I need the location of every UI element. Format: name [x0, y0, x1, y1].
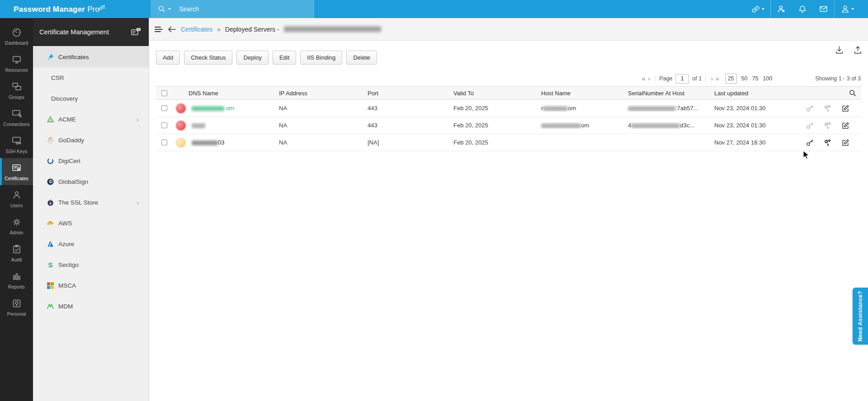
check-status-button[interactable]: Check Status [184, 51, 232, 65]
certificate-icon [11, 163, 22, 173]
select-all-checkbox[interactable] [161, 90, 167, 96]
table-row[interactable]: 03 NA [NA] Feb 20, 2025 Nov 27, 2024 16:… [156, 134, 861, 151]
sidebar-item-sectigo[interactable]: S Sectigo [33, 254, 149, 275]
manage-views-icon[interactable] [131, 27, 142, 37]
deploy-button[interactable]: Deploy [236, 51, 268, 65]
add-button[interactable]: Add [156, 51, 180, 65]
back-arrow-icon[interactable] [167, 26, 176, 33]
row-checkbox[interactable] [161, 105, 167, 111]
mail-button[interactable] [813, 0, 834, 18]
chevron-right-icon[interactable]: › [137, 116, 139, 123]
main-content: Certificates » Deployed Servers - Add Ch… [149, 18, 868, 401]
rail-item-personal[interactable]: Personal [0, 294, 33, 321]
dns-name-link[interactable] [192, 122, 205, 129]
search-scope-caret-icon[interactable] [168, 8, 171, 10]
edit-button[interactable]: Edit [273, 51, 296, 65]
remote-connection-icon [11, 108, 22, 119]
edit-icon[interactable] [841, 121, 849, 130]
rail-item-dashboard[interactable]: Dashboard [0, 23, 33, 50]
sidebar-item-azure[interactable]: Azure [33, 233, 149, 254]
prev-page-icon[interactable]: ‹ [646, 75, 651, 82]
certificate-avatar [176, 138, 186, 148]
delete-button[interactable]: Delete [346, 51, 377, 65]
rail-item-groups[interactable]: Groups [0, 77, 33, 104]
sidebar-item-discovery[interactable]: Discovery [33, 88, 149, 109]
profile-menu-button[interactable] [835, 0, 860, 18]
dns-name-link[interactable]: 03 [192, 139, 224, 146]
table-row[interactable]: om NA 443 Feb 20, 2025 rom :7ab57... Nov… [156, 100, 861, 117]
edit-icon[interactable] [841, 139, 849, 147]
sidebar-item-msca[interactable]: MSCA [33, 275, 149, 296]
deploy-gears-icon[interactable] [823, 104, 832, 112]
need-assistance-tab[interactable]: Need Assistance? [853, 288, 868, 345]
sidebar-item-digicert[interactable]: DigiCert [33, 150, 149, 171]
rail-item-users[interactable]: Users [0, 185, 33, 212]
search-icon[interactable] [158, 5, 166, 14]
edit-icon[interactable] [841, 104, 849, 112]
menu-toggle-icon[interactable] [155, 26, 163, 33]
breadcrumb-certificates-link[interactable]: Certificates [181, 26, 212, 33]
key-icon[interactable] [806, 121, 814, 130]
redacted-certificate-name [284, 26, 381, 32]
sidebar-item-mdm[interactable]: MDM [33, 296, 149, 317]
rail-item-resources[interactable]: Resources [0, 50, 33, 77]
monitor-icon [11, 54, 22, 65]
table-row[interactable]: NA 443 Feb 20, 2025 om 4d3c... Nov 23, 2… [156, 117, 861, 134]
upload-icon[interactable] [853, 45, 863, 55]
page-size-50[interactable]: 50 [741, 75, 748, 82]
col-host-name: Host Name [538, 90, 625, 97]
app-logo: Password Manager Pro [0, 4, 151, 14]
chevron-right-icon[interactable]: › [137, 199, 139, 206]
last-page-icon[interactable]: » [714, 75, 721, 82]
quick-connect-button[interactable] [745, 0, 770, 18]
rail-item-certificates[interactable]: Certificates [0, 158, 33, 185]
page-number-input[interactable] [675, 74, 689, 84]
rail-label: Connections [3, 121, 29, 127]
vault-icon [11, 298, 22, 309]
sidebar-item-godaddy[interactable]: GoDaddy [33, 130, 149, 150]
link-caret-icon [762, 8, 764, 10]
last-updated: Nov 27, 2024 16:30 [712, 139, 793, 146]
deploy-gears-icon[interactable] [823, 139, 832, 147]
rail-item-ssh-keys[interactable]: SSH Keys [0, 131, 33, 158]
sidebar-item-csr[interactable]: CSR [33, 67, 149, 88]
rail-label: Dashboard [5, 40, 28, 46]
divider [705, 75, 706, 82]
next-page-icon[interactable]: › [709, 75, 714, 82]
dns-name-link[interactable]: om [192, 105, 234, 112]
search-input[interactable] [179, 5, 292, 13]
bell-icon [798, 5, 807, 14]
sidebar-item-certificates[interactable]: Certificates [33, 47, 149, 67]
table-search-icon[interactable] [849, 89, 857, 97]
sectigo-logo-icon: S [47, 261, 54, 269]
notifications-button[interactable] [792, 0, 813, 18]
key-icon[interactable] [806, 139, 814, 147]
ip-address: NA [276, 122, 365, 129]
page-size-75[interactable]: 75 [752, 75, 758, 82]
deploy-gears-icon[interactable] [823, 121, 832, 130]
row-checkbox[interactable] [161, 140, 167, 145]
rail-item-connections[interactable]: Connections [0, 104, 33, 131]
last-updated: Nov 23, 2024 01:30 [712, 105, 793, 112]
page-size-100[interactable]: 100 [763, 75, 772, 82]
sidebar-item-globalsign[interactable]: GlobalSign [33, 171, 149, 192]
page-size-25[interactable]: 25 [725, 74, 737, 84]
row-checkbox[interactable] [161, 122, 167, 128]
sidebar-item-acme[interactable]: ACME › [33, 109, 149, 130]
sidebar-item-label: MSCA [58, 282, 76, 289]
download-icon[interactable] [835, 45, 844, 55]
rail-item-audit[interactable]: Audit [0, 239, 33, 266]
ssh-key-icon [11, 135, 22, 146]
sidebar-item-aws[interactable]: aws AWS [33, 213, 149, 233]
rail-item-reports[interactable]: Reports [0, 266, 33, 294]
sidebar-item-ssl-store[interactable]: 0 The SSL Store › [33, 192, 149, 213]
svg-text:aws: aws [48, 223, 52, 225]
gear-icon [11, 217, 22, 228]
admin-user-button[interactable] [771, 0, 792, 18]
rail-label: Certificates [5, 176, 28, 181]
rail-item-admin[interactable]: Admin [0, 212, 33, 239]
sidebar-menu: Certificates CSR Discovery ACME › GoDadd… [33, 46, 149, 317]
iis-binding-button[interactable]: IIS Binding [300, 51, 342, 65]
first-page-icon[interactable]: « [641, 75, 647, 82]
key-icon[interactable] [806, 104, 814, 112]
